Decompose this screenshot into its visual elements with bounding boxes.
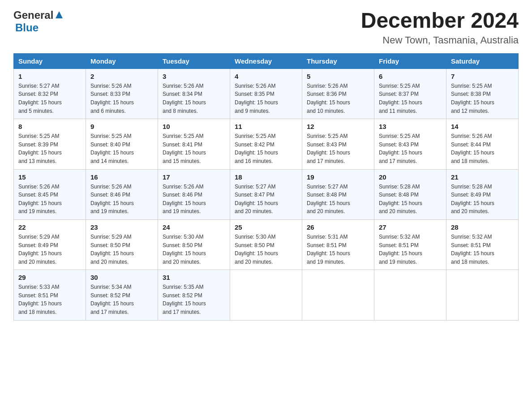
- day-info: Sunrise: 5:26 AMSunset: 8:46 PMDaylight:…: [163, 184, 206, 215]
- day-number: 28: [451, 223, 514, 231]
- calendar-cell: 23 Sunrise: 5:29 AMSunset: 8:50 PMDaylig…: [86, 219, 158, 270]
- day-info: Sunrise: 5:25 AMSunset: 8:41 PMDaylight:…: [163, 133, 206, 164]
- calendar-cell: 2 Sunrise: 5:26 AMSunset: 8:33 PMDayligh…: [86, 68, 158, 119]
- calendar-cell: 19 Sunrise: 5:27 AMSunset: 8:48 PMDaylig…: [302, 169, 374, 219]
- day-number: 16: [90, 173, 153, 181]
- day-number: 8: [18, 123, 81, 130]
- month-title: December 2024: [361, 9, 519, 33]
- day-info: Sunrise: 5:35 AMSunset: 8:52 PMDaylight:…: [163, 284, 206, 315]
- day-number: 13: [379, 123, 442, 130]
- day-info: Sunrise: 5:26 AMSunset: 8:35 PMDaylight:…: [235, 83, 278, 114]
- day-number: 25: [235, 223, 297, 231]
- page-header: General Blue December 2024 New Town, Tas…: [13, 9, 519, 46]
- day-info: Sunrise: 5:29 AMSunset: 8:50 PMDaylight:…: [90, 234, 134, 265]
- day-info: Sunrise: 5:26 AMSunset: 8:33 PMDaylight:…: [90, 83, 134, 114]
- calendar-cell: 8 Sunrise: 5:25 AMSunset: 8:39 PMDayligh…: [14, 119, 86, 169]
- day-info: Sunrise: 5:29 AMSunset: 8:49 PMDaylight:…: [18, 234, 62, 265]
- calendar-cell: 28 Sunrise: 5:32 AMSunset: 8:51 PMDaylig…: [446, 219, 519, 270]
- day-number: 26: [307, 223, 369, 231]
- day-info: Sunrise: 5:26 AMSunset: 8:34 PMDaylight:…: [163, 83, 206, 114]
- calendar-cell: 21 Sunrise: 5:28 AMSunset: 8:49 PMDaylig…: [446, 169, 519, 219]
- calendar-cell: 17 Sunrise: 5:26 AMSunset: 8:46 PMDaylig…: [158, 169, 230, 219]
- column-header-sunday: Sunday: [14, 53, 86, 68]
- day-info: Sunrise: 5:28 AMSunset: 8:48 PMDaylight:…: [379, 184, 422, 215]
- calendar-cell: 24 Sunrise: 5:30 AMSunset: 8:50 PMDaylig…: [158, 219, 230, 270]
- day-number: 27: [379, 223, 442, 231]
- day-info: Sunrise: 5:31 AMSunset: 8:51 PMDaylight:…: [307, 234, 350, 265]
- day-info: Sunrise: 5:25 AMSunset: 8:39 PMDaylight:…: [18, 133, 62, 164]
- calendar-cell: [230, 270, 302, 320]
- day-info: Sunrise: 5:33 AMSunset: 8:51 PMDaylight:…: [18, 284, 62, 315]
- day-number: 6: [379, 73, 442, 80]
- column-header-thursday: Thursday: [302, 53, 374, 68]
- calendar-week-row: 8 Sunrise: 5:25 AMSunset: 8:39 PMDayligh…: [14, 119, 519, 169]
- location-subtitle: New Town, Tasmania, Australia: [361, 34, 519, 46]
- calendar-cell: 15 Sunrise: 5:26 AMSunset: 8:45 PMDaylig…: [14, 169, 86, 219]
- day-number: 9: [90, 123, 153, 130]
- calendar-cell: 11 Sunrise: 5:25 AMSunset: 8:42 PMDaylig…: [230, 119, 302, 169]
- logo-general-text: General: [13, 9, 53, 21]
- calendar-cell: 30 Sunrise: 5:34 AMSunset: 8:52 PMDaylig…: [86, 270, 158, 320]
- calendar-header-row: SundayMondayTuesdayWednesdayThursdayFrid…: [14, 53, 519, 68]
- calendar-week-row: 22 Sunrise: 5:29 AMSunset: 8:49 PMDaylig…: [14, 219, 519, 270]
- calendar-cell: [446, 270, 519, 320]
- day-number: 18: [235, 173, 297, 181]
- day-number: 21: [451, 173, 514, 181]
- day-number: 23: [90, 223, 153, 231]
- column-header-tuesday: Tuesday: [158, 53, 230, 68]
- day-info: Sunrise: 5:34 AMSunset: 8:52 PMDaylight:…: [90, 284, 134, 315]
- calendar-cell: 1 Sunrise: 5:27 AMSunset: 8:32 PMDayligh…: [14, 68, 86, 119]
- day-number: 3: [163, 73, 225, 80]
- calendar-cell: 16 Sunrise: 5:26 AMSunset: 8:46 PMDaylig…: [86, 169, 158, 219]
- calendar-week-row: 29 Sunrise: 5:33 AMSunset: 8:51 PMDaylig…: [14, 270, 519, 320]
- day-number: 14: [451, 123, 514, 130]
- calendar-cell: 9 Sunrise: 5:25 AMSunset: 8:40 PMDayligh…: [86, 119, 158, 169]
- day-number: 22: [18, 223, 81, 231]
- day-info: Sunrise: 5:32 AMSunset: 8:51 PMDaylight:…: [451, 234, 494, 265]
- day-number: 10: [163, 123, 225, 130]
- day-number: 15: [18, 173, 81, 181]
- calendar-cell: 3 Sunrise: 5:26 AMSunset: 8:34 PMDayligh…: [158, 68, 230, 119]
- calendar-cell: 12 Sunrise: 5:25 AMSunset: 8:43 PMDaylig…: [302, 119, 374, 169]
- day-number: 12: [307, 123, 369, 130]
- day-number: 2: [90, 73, 153, 80]
- day-number: 4: [235, 73, 297, 80]
- svg-marker-0: [56, 11, 63, 18]
- column-header-saturday: Saturday: [446, 53, 519, 68]
- day-number: 11: [235, 123, 297, 130]
- calendar-cell: 29 Sunrise: 5:33 AMSunset: 8:51 PMDaylig…: [14, 270, 86, 320]
- day-info: Sunrise: 5:25 AMSunset: 8:38 PMDaylight:…: [451, 83, 494, 114]
- calendar-cell: 13 Sunrise: 5:25 AMSunset: 8:43 PMDaylig…: [374, 119, 446, 169]
- calendar-week-row: 1 Sunrise: 5:27 AMSunset: 8:32 PMDayligh…: [14, 68, 519, 119]
- column-header-wednesday: Wednesday: [230, 53, 302, 68]
- day-number: 30: [90, 274, 153, 281]
- day-info: Sunrise: 5:26 AMSunset: 8:45 PMDaylight:…: [18, 184, 62, 215]
- logo-triangle-icon: [55, 10, 64, 19]
- day-info: Sunrise: 5:28 AMSunset: 8:49 PMDaylight:…: [451, 184, 494, 215]
- calendar-cell: 18 Sunrise: 5:27 AMSunset: 8:47 PMDaylig…: [230, 169, 302, 219]
- calendar-cell: 26 Sunrise: 5:31 AMSunset: 8:51 PMDaylig…: [302, 219, 374, 270]
- day-number: 31: [163, 274, 225, 281]
- day-info: Sunrise: 5:26 AMSunset: 8:46 PMDaylight:…: [90, 184, 134, 215]
- calendar-cell: 14 Sunrise: 5:26 AMSunset: 8:44 PMDaylig…: [446, 119, 519, 169]
- calendar-cell: [302, 270, 374, 320]
- day-number: 29: [18, 274, 81, 281]
- calendar-cell: [374, 270, 446, 320]
- day-number: 17: [163, 173, 225, 181]
- calendar-cell: 5 Sunrise: 5:26 AMSunset: 8:36 PMDayligh…: [302, 68, 374, 119]
- day-info: Sunrise: 5:26 AMSunset: 8:36 PMDaylight:…: [307, 83, 350, 114]
- day-info: Sunrise: 5:27 AMSunset: 8:47 PMDaylight:…: [235, 184, 278, 215]
- calendar-week-row: 15 Sunrise: 5:26 AMSunset: 8:45 PMDaylig…: [14, 169, 519, 219]
- column-header-monday: Monday: [86, 53, 158, 68]
- day-number: 1: [18, 73, 81, 80]
- title-area: December 2024 New Town, Tasmania, Austra…: [361, 9, 519, 46]
- day-info: Sunrise: 5:30 AMSunset: 8:50 PMDaylight:…: [163, 234, 206, 265]
- day-info: Sunrise: 5:25 AMSunset: 8:37 PMDaylight:…: [379, 83, 422, 114]
- day-info: Sunrise: 5:27 AMSunset: 8:32 PMDaylight:…: [18, 83, 62, 114]
- calendar-table: SundayMondayTuesdayWednesdayThursdayFrid…: [13, 53, 519, 321]
- column-header-friday: Friday: [374, 53, 446, 68]
- day-info: Sunrise: 5:25 AMSunset: 8:43 PMDaylight:…: [307, 133, 350, 164]
- calendar-cell: 31 Sunrise: 5:35 AMSunset: 8:52 PMDaylig…: [158, 270, 230, 320]
- day-info: Sunrise: 5:30 AMSunset: 8:50 PMDaylight:…: [235, 234, 278, 265]
- day-info: Sunrise: 5:32 AMSunset: 8:51 PMDaylight:…: [379, 234, 422, 265]
